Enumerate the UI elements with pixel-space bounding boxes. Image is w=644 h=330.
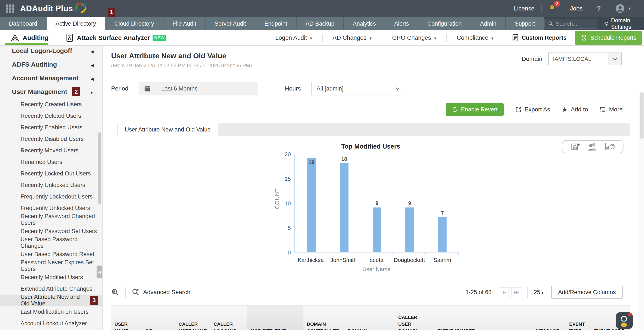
table-column-header[interactable]: SID [142,306,175,330]
bar-Dougbeckett [405,208,414,252]
sidebar-item[interactable]: Recently Modified Users [0,272,102,283]
jobs-link[interactable]: Jobs [563,4,590,13]
nav-tab[interactable]: Endpoint [255,17,296,30]
advanced-search-icon[interactable] [132,288,140,296]
table-column-header[interactable]: MODIFIED TIME [247,306,304,330]
enable-revert-button[interactable]: Enable Revert [446,103,504,116]
sidebar-item[interactable]: Frequently Lockedout Users [0,191,102,202]
page-scrollbar[interactable] [639,91,644,330]
sidebar-item[interactable]: Renamed Users [0,156,102,168]
sidebar-item[interactable]: Account Management [0,71,102,85]
sidebar-item[interactable]: User Based Password Reset [0,249,102,260]
notifications-button[interactable]: 2 [542,4,563,13]
table-column-header[interactable]: DOMAIN CONTROLLER [304,306,344,330]
table-column-header[interactable]: CALLER LOGON ID [210,306,247,330]
subnav-menu[interactable]: Compliance [446,34,504,41]
bar-value-label: 9 [393,200,426,206]
hours-select[interactable]: All [admin] [311,82,404,95]
nav-tab[interactable]: Admin [471,17,506,30]
nav-tab[interactable]: Dashboard [0,17,46,30]
y-tick: 10 [284,200,291,207]
sidebar-item[interactable]: Frequently Unlocked Users [0,202,102,214]
table-column-header[interactable]: DOMAIN [344,306,395,330]
nav-tab[interactable]: Analytics [344,17,385,30]
subnav-menu[interactable]: Logon Audit [265,34,322,41]
subnav-attack-surface-analyzer[interactable]: Attack Surface Analyzer NEW [66,33,166,42]
sidebar-item[interactable]: Recently Disabled Users [0,133,102,145]
custom-reports-button[interactable]: Custom Reports [504,30,574,45]
nav-tab[interactable]: Configuration [418,17,471,30]
sidebar-item[interactable]: User Attribute New and Old Value 3 [0,295,102,306]
chart-plot: 1918997 [294,154,459,253]
nav-tab[interactable]: AD Backup [296,17,344,30]
column-search-icon[interactable] [111,288,119,296]
chat-support-widget[interactable] [616,312,633,329]
last-page-button[interactable] [511,287,521,297]
search-input[interactable] [556,21,594,27]
more-button[interactable]: More [600,106,623,113]
baseline-tick [360,253,393,255]
page-scrollbar-thumb[interactable] [640,92,644,139]
sidebar-item[interactable]: Password Never Expires Set Users [0,260,102,272]
sidebar-item[interactable]: Recently Moved Users [0,145,102,156]
baseline-tick [393,253,426,255]
sidebar-item[interactable]: Recently Unlocked Users [0,179,102,191]
table-column-header[interactable]: CALLER USER NAME [175,306,210,330]
table-column-header[interactable]: EVENT NUMBER [434,306,532,330]
sidebar-item[interactable]: Extended Attribute Changes [0,283,102,295]
report-tab-active[interactable]: User Attribute New and Old Value [117,123,218,136]
subnav-auditing[interactable]: Auditing [11,33,49,42]
domain-settings-button[interactable]: Domain Settings [602,17,644,30]
domain-select[interactable]: IAMITS.LOCAL [548,52,622,65]
global-search[interactable] [544,19,598,28]
nav-tab[interactable]: Support [506,17,544,30]
product-logo[interactable]: ADAudit Plus [20,3,87,14]
app-grid-icon[interactable] [6,4,14,12]
nav-tab[interactable]: Server Audit [206,17,255,30]
sidebar-item[interactable]: Recently Locked Out Users [0,168,102,179]
users-view-icon[interactable] [587,142,598,151]
nav-tab[interactable]: Cloud Directory [105,17,164,30]
topbar: ADAudit Plus 1 License 2 Jobs ? [0,0,644,17]
subnav-menu[interactable]: AD Changes [322,34,382,41]
sidebar-item[interactable]: User Based Password Changes [0,237,102,249]
sidebar-item[interactable]: Local Logon-Logoff [0,46,102,58]
report-tabstrip: User Attribute New and Old Value [111,123,630,136]
advanced-search-label[interactable]: Advanced Search [143,289,190,296]
sidebar-item[interactable]: User Management 2 [0,85,102,99]
table-column-header[interactable]: CALLER USER DOMAIN [395,306,434,330]
chart-title: Top Modified Users [270,136,471,150]
user-menu[interactable]: ▼ [608,4,638,13]
license-link[interactable]: License [507,4,542,13]
table-column-header[interactable]: EVENT TYPE [566,306,590,330]
sidebar-item[interactable]: Last Modification on Users [0,306,102,318]
nav-tab[interactable]: File Audit [164,17,206,30]
table-column-header[interactable]: USER NAME [111,306,142,330]
sidebar-item[interactable]: Recently Password Set Users [0,225,102,237]
sidebar-item[interactable]: Recently Deleted Users [0,110,102,122]
y-tick: 5 [288,225,291,231]
nav-tab[interactable]: Active Directory [46,17,105,30]
nav-tab[interactable]: Alerts [385,17,418,30]
next-page-button[interactable] [499,287,509,297]
add-chart-icon[interactable] [571,142,580,151]
sidebar-item[interactable]: Recently Password Changed Users [0,214,102,225]
subnav-menu[interactable]: GPO Changes [382,34,446,41]
period-value: Last 6 Months [155,82,198,95]
period-picker[interactable]: Last 6 Months [140,82,258,95]
refresh-chart-icon[interactable] [604,142,614,151]
export-as-button[interactable]: Export As [515,106,550,113]
sidebar-item[interactable]: Account Lockout Analyzer [0,318,102,329]
schedule-reports-button[interactable]: Schedule Reports [575,31,642,45]
sidebar: Local Logon-Logoff ADFS Auditing Account… [0,46,102,330]
add-to-button[interactable]: ★ Add to [562,106,588,113]
sidebar-item[interactable]: ADFS Auditing [0,58,102,71]
page-size-select[interactable]: 25 [534,289,544,296]
sidebar-item[interactable]: Recently Created Users [0,99,102,110]
sidebar-collapse-handle[interactable]: ◀ [96,266,102,278]
add-remove-columns-button[interactable]: Add/Remove Columns [551,286,623,299]
table-column-header[interactable]: MESSAGE [532,306,566,330]
sidebar-item[interactable]: Recently Enabled Users [0,122,102,133]
help-button[interactable]: ? [590,4,608,13]
sidebar-scrollbar-thumb[interactable] [98,132,101,204]
